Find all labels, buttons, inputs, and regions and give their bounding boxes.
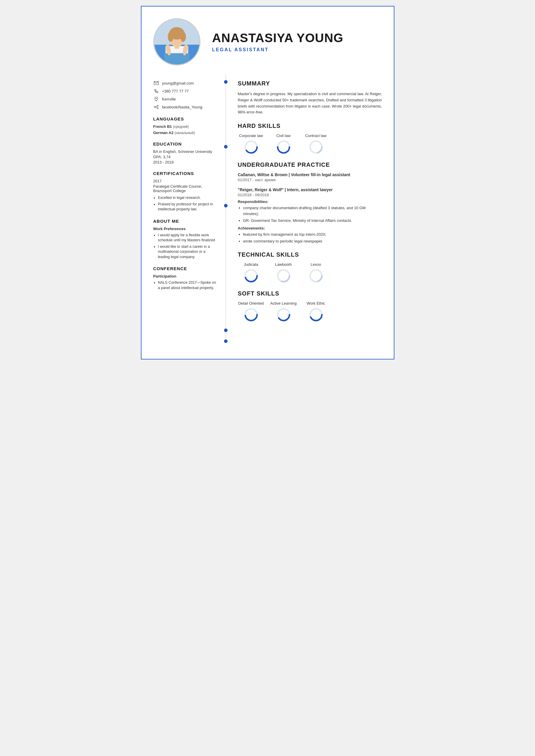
cert-name: Paralegal Certificate Course,Brazosport … <box>153 184 217 193</box>
skill-judicata: Judicata <box>238 262 265 283</box>
conference-section: CONFERENCE Participation NALS Conference… <box>153 266 217 290</box>
skill-work-ethic: Work Ethic <box>303 301 329 322</box>
skill-active-learning-circle <box>276 307 291 322</box>
svg-point-15 <box>157 105 158 106</box>
timeline-dot-techskills <box>224 339 228 343</box>
skill-contract-law: Contract law <box>303 133 329 154</box>
practice-resp-title: Responsibilities: <box>238 200 382 204</box>
contact-section: young@gmail.com +380 777 77 77 <box>153 80 217 110</box>
certifications-title: CERTIFICATIONS <box>153 171 217 176</box>
cert-bullet-1: Excelled in legal research. <box>158 195 217 201</box>
name-title-block: ANASTASIYA YOUNG LEGAL ASSISTANT <box>212 31 382 52</box>
svg-line-18 <box>155 107 157 108</box>
about-bullet-1: I would apply for a flexible work schedu… <box>158 233 217 243</box>
skill-contract-law-label: Contract law <box>305 133 326 138</box>
undergraduate-section: UNDERGRADUATE PRACTICE Callanan, Wiltse … <box>238 161 382 244</box>
location-icon <box>153 96 159 102</box>
left-column: young@gmail.com +380 777 77 77 <box>141 74 225 338</box>
hard-skills-title: HARD SKILLS <box>238 122 382 130</box>
summary-section: SUMMARY Master's degree in progress. My … <box>238 80 382 116</box>
skill-corporate-law-label: Corporate law <box>239 133 263 138</box>
svg-line-17 <box>155 106 157 107</box>
practice-company-1: Callanan, Wiltse & Brown | Volunteer fil… <box>238 172 382 177</box>
email-icon <box>153 80 159 86</box>
skill-lawbooth-circle <box>276 268 291 283</box>
cert-bullets: Excelled in legal research. Praised by p… <box>153 195 217 212</box>
skill-work-ethic-label: Work Ethic <box>307 301 325 306</box>
undergraduate-title: UNDERGRADUATE PRACTICE <box>238 161 382 169</box>
practice-resp-list: company charter documentation drafting (… <box>238 205 382 224</box>
technical-skills-section: TECHNICAL SKILLS Judicata Lawbooth <box>238 251 382 283</box>
svg-point-13 <box>155 98 156 99</box>
practice-company-2: "Reiger, Reiger & Wolf" | Intern, assist… <box>238 187 382 192</box>
email-value: young@gmail.com <box>162 81 194 85</box>
practice-entry-1: Callanan, Wiltse & Brown | Volunteer fil… <box>238 172 382 182</box>
avatar <box>153 18 200 66</box>
education-section: EDUCATION BA in English, Schreiner Unive… <box>153 141 217 164</box>
certifications-section: CERTIFICATIONS 2017 Paralegal Certificat… <box>153 171 217 212</box>
practice-ach-title: Achievements: <box>238 226 382 230</box>
skill-lexoo: Lexoo <box>303 262 329 283</box>
skill-lawbooth-label: Lawbooth <box>275 262 292 267</box>
education-title: EDUCATION <box>153 141 217 147</box>
skill-lexoo-label: Lexoo <box>311 262 321 267</box>
practice-ach-2: wrote commentary to periodic legal newsp… <box>243 238 382 244</box>
conference-part-title: Participation <box>153 274 217 279</box>
hard-skills-section: HARD SKILLS Corporate law Civil law <box>238 122 382 154</box>
practice-resp-2: GR: Goverment Tax Service, Ministry of I… <box>243 218 382 224</box>
education-gpa: GPA: 3,74 <box>153 155 217 159</box>
timeline-dot-practice <box>224 204 228 207</box>
soft-skills-title: SOFT SKILLS <box>238 290 382 298</box>
skill-civil-law: Civil law <box>270 133 297 154</box>
skill-corporate-law: Corporate law <box>238 133 265 154</box>
skill-active-learning: Active Learning <box>270 301 297 322</box>
svg-point-8 <box>180 32 186 42</box>
lang-french: French B1 (средний) <box>153 124 217 129</box>
practice-date-2: 01/2018 - 09/2018 <box>238 193 382 197</box>
skill-civil-law-circle <box>276 140 291 154</box>
practice-date-1: 01/2017 - наст. время <box>238 178 382 182</box>
two-column-layout: young@gmail.com +380 777 77 77 <box>141 74 394 338</box>
education-degree: BA in English, Schreiner University <box>153 149 217 154</box>
contact-location: Kerrville <box>153 96 217 102</box>
practice-ach-1: featured by firm management as top inter… <box>243 231 382 237</box>
skill-corporate-law-circle <box>244 140 259 154</box>
svg-point-14 <box>154 106 155 108</box>
soft-skills-section: SOFT SKILLS Detail Oriented Active Learn… <box>238 290 382 322</box>
skill-judicata-label: Judicata <box>244 262 258 267</box>
right-column: SUMMARY Master's degree in progress. My … <box>226 74 394 338</box>
cert-year: 2017 <box>153 179 217 183</box>
svg-point-16 <box>157 108 158 109</box>
lang-german: German A2 (начальный) <box>153 130 217 135</box>
conference-title: CONFERENCE <box>153 266 217 271</box>
svg-rect-9 <box>175 45 179 49</box>
skill-active-learning-label: Active Learning <box>270 301 297 306</box>
skill-lexoo-circle <box>309 268 324 283</box>
about-bullet-2: I would like to start a career in a mult… <box>158 244 217 260</box>
skill-detail-circle <box>244 307 259 322</box>
cert-bullet-2: Praised by professor for project in inte… <box>158 202 217 212</box>
practice-resp-1: company charter documentation drafting (… <box>243 205 382 217</box>
timeline-dot-bottom <box>224 329 228 332</box>
hard-skills-grid: Corporate law Civil law <box>238 133 382 154</box>
about-bullets: I would apply for a flexible work schedu… <box>153 233 217 260</box>
social-value: facebook/Nastia_Young <box>162 105 203 109</box>
candidate-title: LEGAL ASSISTANT <box>212 47 382 52</box>
skill-judicata-circle <box>244 268 259 283</box>
contact-email: young@gmail.com <box>153 80 217 86</box>
timeline-dot-hardskills <box>224 145 228 148</box>
header-section: ANASTASIYA YOUNG LEGAL ASSISTANT <box>141 18 394 74</box>
location-value: Kerrville <box>162 97 176 101</box>
svg-rect-4 <box>164 53 189 65</box>
timeline-dot-summary <box>224 80 228 84</box>
phone-icon <box>153 88 159 94</box>
about-pref-title: Work Preferences <box>153 227 217 231</box>
skill-civil-law-label: Civil law <box>276 133 291 138</box>
soft-skills-grid: Detail Oriented Active Learning <box>238 301 382 322</box>
conference-bullet-1: NALS Conference 2017—Spoke on a panel ab… <box>158 280 217 290</box>
technical-skills-grid: Judicata Lawbooth <box>238 262 382 283</box>
skill-contract-law-circle <box>309 140 324 154</box>
divider-line <box>225 74 226 338</box>
summary-text: Master's degree in progress. My speciali… <box>238 91 382 116</box>
skill-lawbooth: Lawbooth <box>270 262 297 283</box>
